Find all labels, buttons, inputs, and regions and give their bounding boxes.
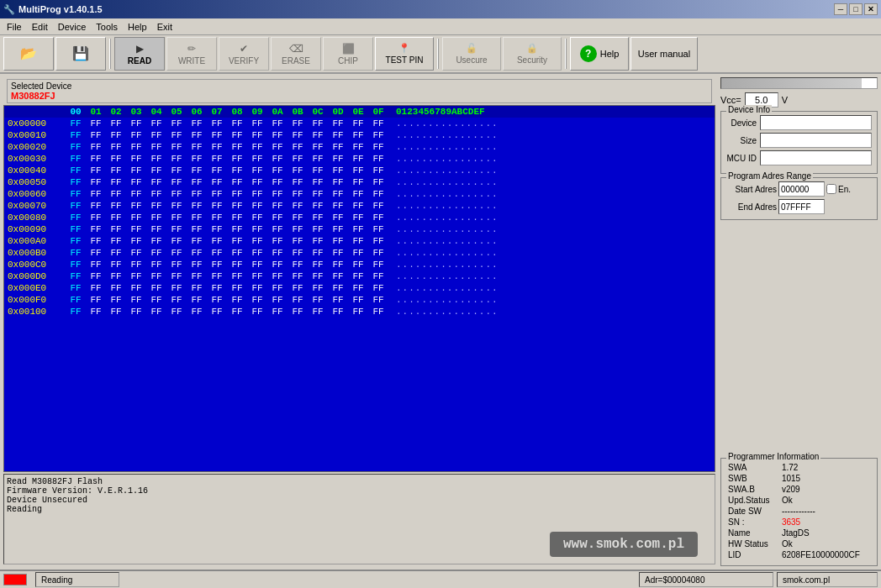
hex-byte[interactable]: FF xyxy=(87,213,105,223)
minimize-button[interactable]: ─ xyxy=(834,3,847,15)
hex-byte[interactable]: FF xyxy=(329,295,347,305)
hex-byte[interactable]: FF xyxy=(369,130,388,140)
hex-byte[interactable]: FF xyxy=(87,271,105,281)
hex-byte[interactable]: FF xyxy=(248,130,266,140)
hex-byte[interactable]: FF xyxy=(127,224,145,234)
hex-byte[interactable]: FF xyxy=(369,213,388,223)
end-adres-input[interactable] xyxy=(778,199,825,214)
hex-byte[interactable]: FF xyxy=(107,165,125,176)
hex-byte[interactable]: FF xyxy=(66,189,85,199)
hex-byte[interactable]: FF xyxy=(107,154,125,164)
hex-byte[interactable]: FF xyxy=(147,177,166,187)
hex-byte[interactable]: FF xyxy=(309,213,327,223)
write-button[interactable]: ✏ WRITE xyxy=(166,37,217,71)
hex-byte[interactable]: FF xyxy=(127,130,145,140)
hex-byte[interactable]: FF xyxy=(147,307,166,317)
hex-byte[interactable]: FF xyxy=(268,236,287,246)
hex-byte[interactable]: FF xyxy=(187,118,206,129)
hex-byte[interactable]: FF xyxy=(167,248,186,258)
hex-byte[interactable]: FF xyxy=(369,142,388,152)
hex-byte[interactable]: FF xyxy=(309,236,327,246)
hex-byte[interactable]: FF xyxy=(288,118,307,129)
hex-byte[interactable]: FF xyxy=(228,165,246,176)
hex-byte[interactable]: FF xyxy=(349,271,367,281)
hex-byte[interactable]: FF xyxy=(248,213,266,223)
hex-byte[interactable]: FF xyxy=(288,295,307,305)
hex-byte[interactable]: FF xyxy=(248,295,266,305)
menu-help[interactable]: Help xyxy=(123,20,152,34)
hex-byte[interactable]: FF xyxy=(309,307,327,317)
hex-byte[interactable]: FF xyxy=(208,224,226,234)
size-field-input[interactable] xyxy=(760,133,872,148)
hex-byte[interactable]: FF xyxy=(187,130,206,140)
hex-byte[interactable]: FF xyxy=(187,154,206,164)
hex-byte[interactable]: FF xyxy=(329,142,347,152)
menu-tools[interactable]: Tools xyxy=(91,20,123,34)
hex-byte[interactable]: FF xyxy=(187,260,206,270)
hex-byte[interactable]: FF xyxy=(187,201,206,211)
hex-byte[interactable]: FF xyxy=(309,260,327,270)
hex-byte[interactable]: FF xyxy=(167,154,186,164)
hex-byte[interactable]: FF xyxy=(147,260,166,270)
hex-byte[interactable]: FF xyxy=(87,201,105,211)
hex-byte[interactable]: FF xyxy=(369,283,388,293)
hex-byte[interactable]: FF xyxy=(187,236,206,246)
hex-byte[interactable]: FF xyxy=(329,260,347,270)
hex-byte[interactable]: FF xyxy=(66,295,85,305)
hex-byte[interactable]: FF xyxy=(208,283,226,293)
hex-byte[interactable]: FF xyxy=(309,177,327,187)
hex-byte[interactable]: FF xyxy=(66,165,85,176)
hex-byte[interactable]: FF xyxy=(268,201,287,211)
hex-byte[interactable]: FF xyxy=(208,130,226,140)
erase-button[interactable]: ⌫ ERASE xyxy=(271,37,321,71)
hex-byte[interactable]: FF xyxy=(309,224,327,234)
hex-byte[interactable]: FF xyxy=(228,236,246,246)
save-button[interactable]: 💾 xyxy=(55,37,106,71)
hex-byte[interactable]: FF xyxy=(187,142,206,152)
hex-byte[interactable]: FF xyxy=(309,283,327,293)
hex-byte[interactable]: FF xyxy=(329,165,347,176)
hex-byte[interactable]: FF xyxy=(127,307,145,317)
hex-byte[interactable]: FF xyxy=(248,201,266,211)
hex-byte[interactable]: FF xyxy=(248,236,266,246)
hex-byte[interactable]: FF xyxy=(329,201,347,211)
hex-byte[interactable]: FF xyxy=(127,177,145,187)
hex-byte[interactable]: FF xyxy=(288,224,307,234)
hex-byte[interactable]: FF xyxy=(369,118,388,129)
hex-byte[interactable]: FF xyxy=(127,189,145,199)
hex-byte[interactable]: FF xyxy=(369,201,388,211)
hex-byte[interactable]: FF xyxy=(66,283,85,293)
usecure-button[interactable]: 🔓 Usecure xyxy=(442,37,501,71)
hex-byte[interactable]: FF xyxy=(248,118,266,129)
mcuid-field-input[interactable] xyxy=(760,150,872,165)
hex-byte[interactable]: FF xyxy=(208,201,226,211)
testpin-button[interactable]: 📍 TEST PIN xyxy=(375,37,434,71)
hex-byte[interactable]: FF xyxy=(369,224,388,234)
hex-byte[interactable]: FF xyxy=(107,260,125,270)
hex-byte[interactable]: FF xyxy=(127,248,145,258)
hex-byte[interactable]: FF xyxy=(228,224,246,234)
hex-byte[interactable]: FF xyxy=(309,189,327,199)
hex-byte[interactable]: FF xyxy=(127,283,145,293)
hex-byte[interactable]: FF xyxy=(208,213,226,223)
hex-byte[interactable]: FF xyxy=(248,165,266,176)
hex-byte[interactable]: FF xyxy=(349,177,367,187)
hex-byte[interactable]: FF xyxy=(329,177,347,187)
hex-byte[interactable]: FF xyxy=(288,307,307,317)
hex-byte[interactable]: FF xyxy=(288,201,307,211)
hex-byte[interactable]: FF xyxy=(147,118,166,129)
hex-byte[interactable]: FF xyxy=(228,154,246,164)
hex-byte[interactable]: FF xyxy=(167,295,186,305)
hex-byte[interactable]: FF xyxy=(187,295,206,305)
hex-byte[interactable]: FF xyxy=(309,118,327,129)
hex-byte[interactable]: FF xyxy=(87,130,105,140)
hex-byte[interactable]: FF xyxy=(208,260,226,270)
hex-byte[interactable]: FF xyxy=(187,177,206,187)
hex-byte[interactable]: FF xyxy=(66,118,85,129)
hex-byte[interactable]: FF xyxy=(248,177,266,187)
chip-button[interactable]: ⬛ CHIP xyxy=(323,37,373,71)
hex-byte[interactable]: FF xyxy=(66,142,85,152)
hex-byte[interactable]: FF xyxy=(329,236,347,246)
hex-byte[interactable]: FF xyxy=(66,271,85,281)
hex-byte[interactable]: FF xyxy=(87,177,105,187)
